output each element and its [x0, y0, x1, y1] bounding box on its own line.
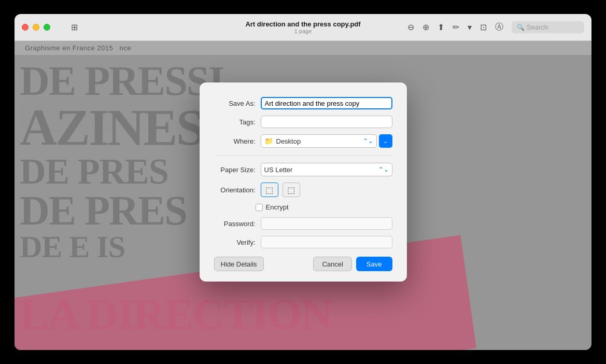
- paper-size-row: Paper Size: US Letter ⌃⌄: [214, 163, 392, 176]
- expand-icon: ⌄: [383, 138, 388, 145]
- where-container: 📁 Desktop ⌃⌄ ⌄: [261, 134, 392, 148]
- tags-input[interactable]: [261, 116, 392, 128]
- titlebar-center: Art direction and the press copy.pdf 1 p…: [245, 20, 360, 34]
- divider-1: [214, 155, 392, 156]
- titlebar-icons: ⊞: [71, 22, 78, 32]
- encrypt-label: Encrypt: [266, 203, 289, 211]
- close-button[interactable]: [22, 24, 29, 31]
- traffic-lights: [22, 24, 50, 31]
- password-label: Password:: [214, 220, 256, 228]
- annotate-icon[interactable]: ✏: [453, 22, 459, 32]
- password-input[interactable]: [261, 217, 392, 230]
- landscape-orientation-button[interactable]: ⬚: [283, 183, 300, 197]
- verify-row: Verify:: [214, 236, 392, 248]
- where-value: Desktop: [276, 137, 301, 145]
- maximize-button[interactable]: [44, 24, 50, 31]
- dialog-buttons: Hide Details Cancel Save: [214, 257, 392, 271]
- save-dialog: Save As: Tags: Where: 📁 Desktop ⌃⌄ ⌄: [200, 82, 407, 282]
- paper-size-chevron-icon: ⌃⌄: [378, 166, 389, 173]
- sidebar-toggle-icon[interactable]: ⊞: [71, 22, 78, 32]
- save-as-row: Save As:: [214, 97, 392, 109]
- paper-size-select[interactable]: US Letter ⌃⌄: [261, 163, 392, 176]
- document-subtitle: 1 page: [245, 28, 360, 34]
- paper-size-value: US Letter: [264, 166, 293, 174]
- zoom-out-icon[interactable]: ⊖: [407, 22, 414, 32]
- zoom-in-icon[interactable]: ⊕: [422, 22, 429, 32]
- where-row: Where: 📁 Desktop ⌃⌄ ⌄: [214, 134, 392, 148]
- tags-row: Tags:: [214, 116, 392, 128]
- cancel-button[interactable]: Cancel: [313, 257, 351, 271]
- share-icon[interactable]: ⬆: [438, 22, 444, 32]
- titlebar: ⊞ Art direction and the press copy.pdf 1…: [15, 14, 591, 41]
- orientation-row: Orientation: ⬚ ⬚: [214, 183, 392, 197]
- save-as-input[interactable]: [261, 97, 392, 109]
- document-title: Art direction and the press copy.pdf: [245, 20, 360, 28]
- where-select[interactable]: 📁 Desktop ⌃⌄: [261, 134, 377, 148]
- expand-where-button[interactable]: ⌄: [379, 134, 392, 148]
- paper-size-label: Paper Size:: [214, 166, 256, 174]
- where-label: Where:: [214, 137, 256, 145]
- portrait-orientation-button[interactable]: ⬚: [261, 183, 278, 197]
- verify-input[interactable]: [261, 236, 392, 248]
- markup-icon[interactable]: ▾: [468, 22, 472, 32]
- orientation-buttons: ⬚ ⬚: [261, 183, 302, 197]
- minimize-button[interactable]: [33, 24, 39, 31]
- search-placeholder: Search: [527, 23, 548, 31]
- hide-details-button[interactable]: Hide Details: [214, 257, 264, 271]
- search-bar[interactable]: 🔍 Search: [512, 21, 584, 33]
- orientation-label: Orientation:: [214, 186, 256, 194]
- crop-icon[interactable]: ⊡: [480, 22, 487, 32]
- encrypt-checkbox[interactable]: [256, 204, 263, 211]
- portrait-icon: ⬚: [265, 185, 273, 195]
- folder-icon: 📁: [264, 137, 273, 145]
- tags-label: Tags:: [214, 118, 256, 126]
- verify-label: Verify:: [214, 239, 256, 246]
- landscape-icon: ⬚: [287, 185, 295, 195]
- application-window: ⊞ Art direction and the press copy.pdf 1…: [15, 14, 591, 350]
- save-button[interactable]: Save: [356, 257, 392, 271]
- password-row: Password:: [214, 217, 392, 230]
- encrypt-row: Encrypt: [214, 203, 392, 211]
- save-as-label: Save As:: [214, 100, 256, 107]
- search-icon: 🔍: [517, 24, 525, 31]
- redact-icon[interactable]: Ⓐ: [495, 22, 503, 33]
- where-chevron-icon: ⌃⌄: [363, 137, 373, 145]
